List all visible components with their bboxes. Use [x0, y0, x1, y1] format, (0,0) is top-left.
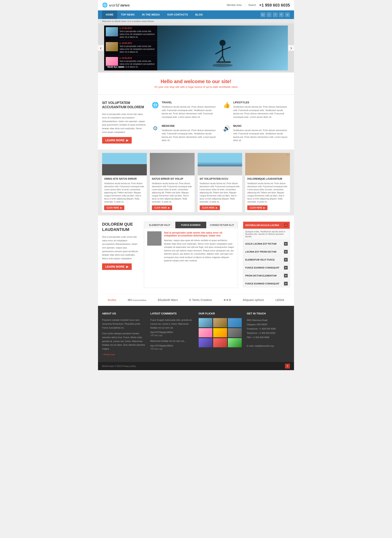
cards-prev-icon[interactable]: ‹ [287, 153, 288, 157]
slider-item[interactable]: 10.05.2013 Sed ut perspiciatis unde omni… [104, 40, 157, 55]
panel-3-header[interactable]: LACINIA EST PROIN DICTUM + [243, 248, 290, 255]
feature-medicine-title: MEDICINE [162, 124, 219, 127]
travel-icon: 🌐 [151, 101, 159, 109]
footer-comment-1-text: Fusce feugiat malesuada odio, gravida at… [150, 318, 193, 330]
nav-item-top-news[interactable]: TOP NEWS [117, 10, 138, 19]
panel-3: LACINIA EST PROIN DICTUM + [243, 248, 290, 255]
svg-line-4 [215, 50, 223, 54]
panel-1-header[interactable]: VESTIBULUM IACULIS LACINIA − [243, 222, 290, 229]
panel-6-header[interactable]: PROIN DICTUM ELEMENTUM + [243, 272, 290, 279]
social-twitter-icon[interactable]: t [267, 12, 271, 17]
footer: ABOUT US Praesent volutate molestie locu… [98, 306, 294, 362]
flickr-thumb-2[interactable] [213, 318, 227, 327]
read-all-news-link[interactable]: READ ALL NEWS [106, 65, 126, 69]
social-linkedin-icon[interactable]: in [285, 12, 290, 17]
card-1-button[interactable]: CLICK HERE ▶ [104, 206, 124, 210]
social-pinterest-icon[interactable]: P [279, 12, 284, 17]
feature-lifestyles: 👍 LIFESTYLES Vestibulum iaculis lacinia … [223, 101, 290, 120]
card-1: OMNIS ISTE NATUS ERROR Vestibulum iaculi… [102, 153, 147, 212]
cards-grid: OMNIS ISTE NATUS ERROR Vestibulum iaculi… [102, 153, 290, 212]
back-to-top-button[interactable]: ⇧ [285, 364, 290, 369]
feature-music-text: Vestibulum iaculis lacinia est. Proin di… [233, 129, 290, 142]
slider-prev-arrow[interactable]: ‹ [98, 45, 104, 51]
search-link[interactable]: Search [248, 4, 256, 7]
footer-email-link[interactable]: mail@demolink.org [254, 345, 274, 347]
arrow-right-icon-2: ▶ [168, 207, 170, 209]
slider-item[interactable]: 27.05.2013 Sed ut perspiciatis unde omni… [104, 26, 157, 40]
learn-more-button[interactable]: LEARN MORE ▶ [102, 137, 132, 144]
arrow-icon: ▶ [126, 139, 128, 142]
svg-point-0 [212, 64, 233, 67]
arrow-icon-3: ▶ [126, 265, 128, 268]
tab-content-area: Sed ut perspiciatis unde omnis iste natu… [144, 228, 238, 265]
footer-read-more-link[interactable]: » Read more [102, 353, 115, 356]
cards-next-icon[interactable]: › [289, 153, 290, 157]
feature-travel: 🌐 TRAVEL Vestibulum iaculis lacinia est.… [151, 101, 219, 120]
card-2-button-label: CLICK HERE [154, 207, 167, 209]
medicine-icon: ⚙ [151, 124, 159, 132]
slider-date: 10.05.2013 [120, 42, 156, 44]
tab-content-heading: Sed ut perspiciatis unde omnis iste natu… [164, 231, 235, 237]
accordion-learn-more-label: LEARN MORE [105, 265, 125, 268]
cards-nav: ‹ › [287, 153, 290, 157]
welcome-bar: Welcome to World news. It is a modern ne… [98, 19, 294, 23]
card-3-button-label: CLICK HERE [202, 207, 215, 209]
slider-next-arrow[interactable]: › [288, 45, 294, 51]
social-facebook-icon[interactable]: f [273, 12, 278, 17]
slider-thumb [106, 57, 118, 66]
footer-comment-2-link[interactable]: http://47670tgrtjkyr96Eh# [150, 345, 173, 347]
svg-line-5 [223, 47, 231, 50]
footer-contact-address: 8901 Marmora Road Glasgow, D04 89GR Free… [247, 318, 290, 348]
social-icons: G+ t f P in [261, 12, 290, 17]
feature-travel-text: Vestibulum iaculis lacinia est. Proin di… [162, 105, 219, 119]
footer-contact: GET IN TOUCH 8901 Marmora Road Glasgow, … [247, 312, 290, 356]
panel-4-header[interactable]: ELEMENTUM VELIT FUSCE + [243, 256, 290, 263]
footer-comments: LATEST COMMENTS Fusce feugiat malesuada … [150, 312, 193, 356]
card-2-title: NATUS ERROR SIT VOLUP [152, 178, 192, 180]
nav-item-home[interactable]: HOME [102, 10, 117, 19]
social-google-icon[interactable]: G+ [261, 12, 266, 17]
welcome-section: Hello and welcome to our site! It's your… [98, 72, 294, 94]
flickr-thumb-7[interactable] [199, 338, 213, 347]
panel-1: VESTIBULUM IACULIS LACINIA − Quisque nul… [243, 221, 290, 239]
panel-2-plus-icon: + [284, 242, 288, 246]
flickr-thumb-6[interactable] [228, 328, 242, 337]
panel-7-header[interactable]: FUISCE EUISMOD CONSEQUAT + [243, 280, 290, 287]
tab-fuisce-euismod[interactable]: FUISCE EUISMOD [175, 222, 207, 228]
slider-main-image [157, 26, 288, 70]
member-area-link[interactable]: Member Area [227, 4, 242, 7]
sponsor-aliquam: Aliquam sphere [243, 298, 264, 302]
slider-item[interactable]: 08.05.2013 Sed ut perspiciatis unde omni… [104, 70, 157, 70]
features-body: Sed ut perspiciatis unde omnis iste natu… [102, 112, 147, 134]
nav-item-in-the-media[interactable]: IN THE MEDIA [138, 10, 163, 19]
flickr-thumb-3[interactable] [228, 318, 242, 327]
nav-item-contacts[interactable]: OUR CONTACTS [163, 10, 192, 19]
flickr-thumb-1[interactable] [199, 318, 213, 327]
logo-news: news [121, 2, 130, 8]
tab-consectetuer[interactable]: CONSECTETUER ELIT [206, 222, 238, 228]
footer-comment-1-link[interactable]: http://47670tgrtjkyr96Eh# [150, 331, 173, 333]
card-4-button[interactable]: CLICK HERE ▶ [247, 206, 267, 210]
nav-item-blog[interactable]: BLOG [192, 10, 207, 19]
footer-comments-title: LATEST COMMENTS [150, 312, 193, 315]
feature-lifestyles-text: Vestibulum iaculis lacinia est. Proin di… [233, 105, 290, 119]
card-3-text: Vestibulum iaculis lacinia est. Proin di… [200, 182, 240, 203]
card-2-button[interactable]: CLICK HERE ▶ [152, 206, 172, 210]
flickr-thumb-4[interactable] [199, 328, 213, 337]
panel-1-content: Quisque nulla. Vestibulum iaculis ante i… [243, 229, 290, 239]
panel-5-header[interactable]: FUISCE EUISMOD CONSEQUAT + [243, 264, 290, 271]
tabs-header: ELEMENTUM VELIT FUISCE EUISMOD CONSECTET… [144, 222, 238, 228]
accordion-left: DOLOREM QUE LAUDANTIUM Sed ut perspiciat… [102, 221, 139, 288]
main-nav: HOME TOP NEWS IN THE MEDIA OUR CONTACTS … [98, 10, 294, 19]
card-image-woman [150, 153, 195, 175]
card-4: DOLOREMQUE LAUDANTIUM Vestibulum iaculis… [245, 153, 290, 212]
skater-silhouette [204, 28, 241, 68]
panel-2-header[interactable]: ACILIS LACINIA EST PICTUM + [243, 240, 290, 247]
accordion-learn-more-button[interactable]: LEARN MORE ▶ [102, 263, 132, 270]
learn-more-label: LEARN MORE [105, 139, 125, 142]
flickr-thumb-5[interactable] [213, 328, 227, 337]
tab-elementum-velit[interactable]: ELEMENTUM VELIT [144, 222, 175, 228]
card-3-button[interactable]: CLICK HERE ▶ [200, 206, 220, 210]
flickr-thumb-9[interactable] [228, 338, 242, 347]
flickr-thumb-8[interactable] [213, 338, 227, 347]
